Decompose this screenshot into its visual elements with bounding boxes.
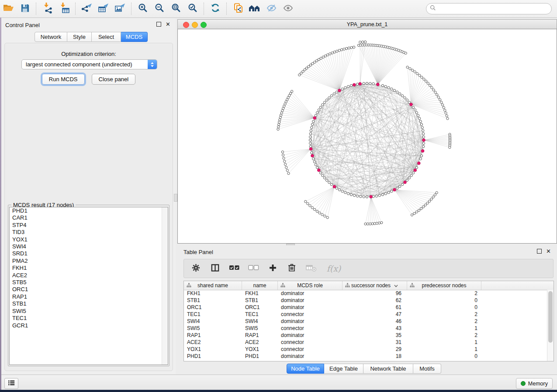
zoom-out-button[interactable] <box>151 1 168 16</box>
zoom-fit-button[interactable] <box>168 1 184 16</box>
mcds-list-scrollbar[interactable] <box>162 207 168 364</box>
mcds-result-item[interactable]: FKH1 <box>10 265 168 272</box>
mcds-result-list: PHD1CAR1STP4TID3YOX1SWI4SRD1PMA2FKH1ACE2… <box>9 207 168 365</box>
float-panel-icon[interactable] <box>537 249 542 254</box>
column-header-name[interactable]: name <box>242 281 278 290</box>
tab-label: Motifs <box>419 365 435 372</box>
refresh-button[interactable] <box>207 1 224 16</box>
table-row[interactable]: ACE2ACE2connector311 <box>184 339 547 346</box>
import-network-button[interactable] <box>39 1 56 16</box>
mcds-result-item[interactable]: PMA2 <box>10 258 168 265</box>
delete-column-button[interactable] <box>285 261 298 275</box>
mcds-result-item[interactable]: PHD1 <box>10 207 168 214</box>
tab-mcds[interactable]: MCDS <box>121 32 148 42</box>
mcds-result-item[interactable]: ORC1 <box>10 286 168 293</box>
mcds-result-item[interactable]: SWI5 <box>10 308 168 315</box>
column-header-successor-nodes[interactable]: successor nodes <box>343 281 407 290</box>
task-history-button[interactable] <box>4 378 18 389</box>
table-cell: dominator <box>278 318 343 324</box>
table-row[interactable]: ORC1ORC1dominator610 <box>184 304 547 311</box>
table-scrollbar-thumb[interactable] <box>548 291 553 343</box>
button-label: Run MCDS <box>49 76 78 83</box>
memory-button[interactable]: Memory <box>516 378 553 389</box>
import-table-icon <box>59 2 70 15</box>
show-column-panel-button[interactable] <box>208 261 221 275</box>
close-panel-button[interactable]: Close panel <box>92 74 136 85</box>
duplicate-network-button[interactable] <box>230 1 246 16</box>
zoom-in-icon <box>138 3 148 15</box>
network-canvas[interactable] <box>177 29 557 244</box>
table-settings-button[interactable] <box>189 261 202 275</box>
mcds-result-item[interactable]: RAP1 <box>10 293 168 300</box>
mcds-result-item[interactable]: STP4 <box>10 222 168 229</box>
mcds-result-item[interactable]: ACE2 <box>10 272 168 279</box>
table-cell: ORC1 <box>242 304 278 310</box>
vertical-splitter-handle[interactable] <box>174 194 177 202</box>
table-row[interactable]: TEC1TEC1connector472 <box>184 311 547 318</box>
mcds-result-item[interactable]: TEC1 <box>10 315 168 322</box>
hide-selected-button[interactable] <box>263 1 280 16</box>
first-neighbors-button[interactable] <box>246 1 263 16</box>
refresh-icon <box>210 3 221 15</box>
close-panel-icon[interactable]: ✕ <box>546 249 551 253</box>
add-column-button[interactable] <box>266 261 279 275</box>
tab-motifs[interactable]: Motifs <box>413 364 441 374</box>
select-all-button[interactable] <box>228 261 241 275</box>
search-input[interactable] <box>438 5 548 12</box>
tab-network[interactable]: Network <box>35 32 67 42</box>
deselect-all-button[interactable] <box>247 261 260 275</box>
table-header: shared name name MCDS role successor nod… <box>184 281 554 290</box>
mcds-result-item[interactable]: GCR1 <box>10 322 168 329</box>
export-image-button[interactable] <box>112 1 128 16</box>
mcds-result-item[interactable]: STB5 <box>10 279 168 286</box>
export-table-button[interactable] <box>95 1 112 16</box>
network-graph[interactable] <box>178 29 557 243</box>
table-row[interactable]: YOX1YOX1connector291 <box>184 346 547 353</box>
table-row[interactable]: SWI5SWI5connector431 <box>184 325 547 332</box>
column-header-shared-name[interactable]: shared name <box>184 281 242 290</box>
table-row[interactable]: FKH1FKH1dominator962 <box>184 290 547 297</box>
zoom-in-button[interactable] <box>135 1 151 16</box>
table-cell: dominator <box>278 304 343 310</box>
table-row[interactable]: SWI4SWI4dominator462 <box>184 318 547 325</box>
table-cell: 43 <box>343 325 407 331</box>
table-cell: connector <box>278 325 343 331</box>
table-cell: ACE2 <box>242 339 278 345</box>
zoom-selected-button[interactable] <box>184 1 201 16</box>
table-cell: RAP1 <box>242 332 278 338</box>
close-panel-icon[interactable]: ✕ <box>166 22 170 26</box>
open-file-button[interactable] <box>0 1 17 16</box>
table-row[interactable]: PHD1PHD1dominator180 <box>184 353 547 360</box>
mcds-result-item[interactable]: SWI4 <box>10 243 168 250</box>
zoom-out-icon <box>154 3 165 15</box>
tab-style[interactable]: Style <box>67 32 92 42</box>
network-titlebar[interactable]: YPA_prune.txt_1 <box>177 19 557 29</box>
column-header-predecessor-nodes[interactable]: predecessor nodes <box>407 281 481 290</box>
tab-label: Style <box>73 34 86 40</box>
mcds-result-item[interactable]: SRD1 <box>10 250 168 257</box>
save-session-button[interactable] <box>17 1 33 16</box>
float-panel-icon[interactable] <box>156 22 161 27</box>
table-scrollbar[interactable] <box>547 290 554 361</box>
mcds-result-item[interactable]: CAR1 <box>10 214 168 221</box>
tab-edge-table[interactable]: Edge Table <box>324 364 363 374</box>
run-mcds-button[interactable]: Run MCDS <box>42 74 85 85</box>
tab-node-table[interactable]: Node Table <box>287 364 324 374</box>
tab-select[interactable]: Select <box>92 32 121 42</box>
table-row[interactable]: STB1STB1dominator620 <box>184 297 547 304</box>
column-header-mcds-role[interactable]: MCDS role <box>278 281 343 290</box>
table-cell: 35 <box>343 332 407 338</box>
dropdown-value: largest connected component (undirected) <box>22 61 148 68</box>
show-all-button[interactable] <box>280 1 296 16</box>
mcds-result-item[interactable]: TID3 <box>10 229 168 236</box>
control-panel-tabs: Network Style Select MCDS <box>35 32 148 42</box>
export-network-button[interactable] <box>79 1 95 16</box>
import-table-button[interactable] <box>56 1 73 16</box>
memory-label: Memory <box>528 381 548 387</box>
tab-network-table[interactable]: Network Table <box>363 364 413 374</box>
mcds-result-item[interactable]: STB1 <box>10 300 168 307</box>
optimization-criterion-dropdown[interactable]: largest connected component (undirected) <box>21 59 157 69</box>
control-panel-title: Control Panel <box>5 22 40 28</box>
table-row[interactable]: RAP1RAP1dominator352 <box>184 332 547 339</box>
mcds-result-item[interactable]: YOX1 <box>10 236 168 243</box>
